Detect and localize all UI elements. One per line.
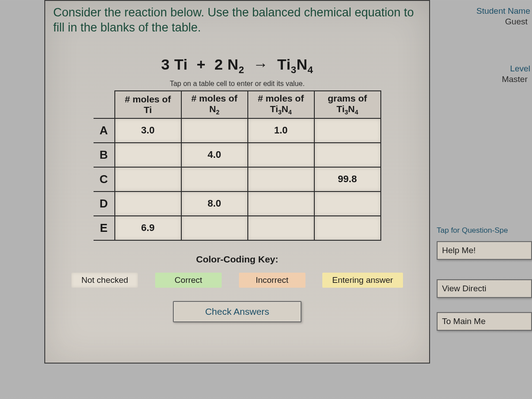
prompt-text: Consider the reaction below. Use the bal… bbox=[45, 1, 429, 38]
table-row: E 6.9 bbox=[94, 216, 381, 240]
cell-c-grams[interactable]: 99.8 bbox=[314, 167, 381, 192]
cell-b-grams[interactable] bbox=[314, 143, 381, 167]
header-moles-ti: # moles ofTi bbox=[115, 91, 181, 118]
plus-sign: + bbox=[196, 56, 205, 73]
moles-table: # moles ofTi # moles ofN2 # moles ofTi3N… bbox=[94, 90, 381, 240]
cell-e-ti[interactable]: 6.9 bbox=[115, 216, 181, 240]
cell-d-grams[interactable] bbox=[314, 192, 381, 216]
row-label: B bbox=[94, 143, 115, 167]
color-key-row: Not checked Correct Incorrect Entering a… bbox=[63, 273, 411, 288]
to-main-menu-button[interactable]: To Main Me bbox=[437, 312, 532, 331]
cell-a-ti[interactable]: 3.0 bbox=[115, 118, 181, 143]
header-moles-ti3n4: # moles ofTi3N4 bbox=[248, 91, 314, 118]
question-specific-hint: Tap for Question-Spe bbox=[437, 226, 532, 235]
species-ti: Ti bbox=[174, 56, 188, 73]
cell-d-ti3n4[interactable] bbox=[248, 192, 314, 216]
cell-a-ti3n4[interactable]: 1.0 bbox=[248, 118, 314, 143]
swatch-correct: Correct bbox=[155, 273, 222, 288]
cell-c-ti3n4[interactable] bbox=[248, 167, 314, 192]
species-ti3n4: Ti3N4 bbox=[277, 56, 313, 73]
sidebar: Student Name Guest Level Master Tap for … bbox=[437, 0, 532, 399]
coef-2: 2 bbox=[215, 56, 223, 73]
table-row: D 8.0 bbox=[94, 192, 381, 216]
swatch-entering: Entering answer bbox=[322, 273, 403, 288]
cell-b-ti3n4[interactable] bbox=[248, 143, 314, 167]
cell-d-n2[interactable]: 8.0 bbox=[181, 192, 248, 216]
level-value: Master bbox=[437, 74, 532, 84]
question-panel: Consider the reaction below. Use the bal… bbox=[44, 0, 430, 364]
help-me-button[interactable]: Help Me! bbox=[437, 241, 532, 260]
row-label: C bbox=[94, 167, 115, 192]
row-label: D bbox=[94, 192, 115, 216]
tap-hint: Tap on a table cell to enter or edit its… bbox=[45, 80, 429, 88]
row-label: A bbox=[94, 118, 115, 143]
cell-d-ti[interactable] bbox=[115, 192, 181, 216]
cell-e-n2[interactable] bbox=[181, 216, 248, 240]
check-answers-button[interactable]: Check Answers bbox=[173, 301, 301, 322]
table-row: C 99.8 bbox=[94, 167, 381, 192]
cell-b-ti[interactable] bbox=[115, 143, 181, 167]
cell-c-ti[interactable] bbox=[115, 167, 181, 192]
coef-1: 3 bbox=[161, 56, 170, 73]
cell-c-n2[interactable] bbox=[181, 167, 248, 192]
table-row: A 3.0 1.0 bbox=[94, 118, 381, 143]
student-name-label: Student Name bbox=[437, 6, 532, 16]
cell-a-grams[interactable] bbox=[314, 118, 381, 143]
cell-b-n2[interactable]: 4.0 bbox=[181, 143, 248, 167]
header-blank bbox=[94, 91, 115, 118]
header-grams-ti3n4: grams ofTi3N4 bbox=[314, 91, 381, 118]
cell-a-n2[interactable] bbox=[181, 118, 248, 143]
cell-e-ti3n4[interactable] bbox=[248, 216, 314, 240]
table-row: B 4.0 bbox=[94, 143, 381, 167]
swatch-not-checked: Not checked bbox=[71, 273, 138, 288]
cell-e-grams[interactable] bbox=[314, 216, 381, 240]
level-label: Level bbox=[437, 64, 532, 74]
arrow-icon: → bbox=[253, 56, 269, 73]
view-directions-button[interactable]: View Directi bbox=[437, 279, 532, 298]
color-key-title: Color-Coding Key: bbox=[45, 254, 429, 265]
row-label: E bbox=[94, 216, 115, 240]
species-n2: N2 bbox=[227, 56, 244, 73]
student-name-value: Guest bbox=[437, 17, 532, 27]
swatch-incorrect: Incorrect bbox=[239, 273, 305, 288]
chemical-equation: 3 Ti + 2 N2 → Ti3N4 bbox=[45, 56, 429, 76]
header-moles-n2: # moles ofN2 bbox=[181, 91, 248, 118]
